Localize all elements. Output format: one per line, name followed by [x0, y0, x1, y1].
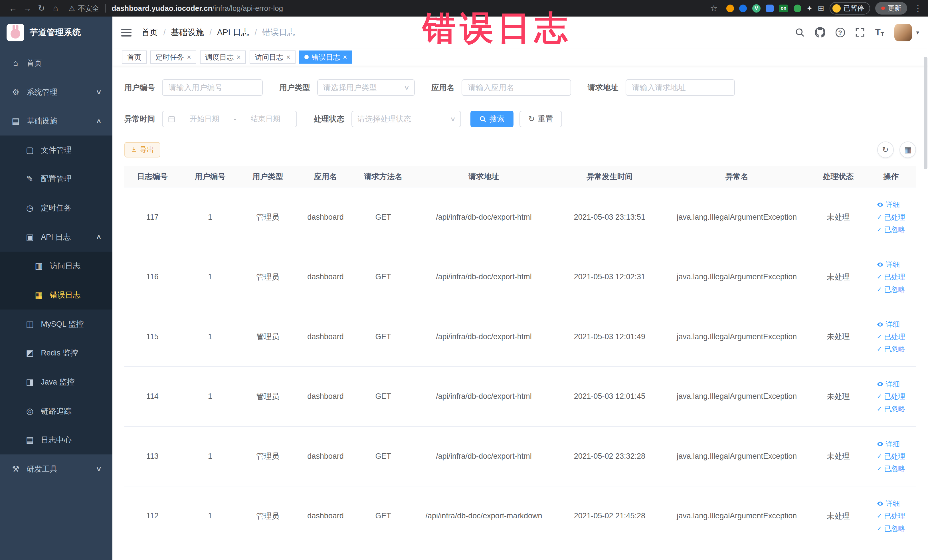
browser-menu-icon[interactable]: ⋮	[914, 3, 922, 13]
user-avatar[interactable]	[894, 24, 912, 41]
col-header: 用户编号	[180, 166, 240, 188]
tab-label: 首页	[127, 52, 142, 62]
sidebar-item-access-log[interactable]: ▥ 访问日志	[0, 252, 112, 281]
back-icon[interactable]: ←	[6, 1, 20, 15]
user-type-select[interactable]: 请选择用户类型 ∨	[317, 79, 415, 96]
action-ignored[interactable]: ✓已忽略	[877, 225, 905, 234]
refresh-button[interactable]: ↻	[877, 142, 894, 158]
browser-home-icon[interactable]: ⌂	[49, 1, 63, 15]
cell-status: 未处理	[811, 247, 866, 307]
sidebar-toggle-icon[interactable]	[121, 29, 131, 37]
sidebar-item-api-log[interactable]: ▣ API 日志 ∧	[0, 223, 112, 252]
close-icon[interactable]: ×	[187, 53, 191, 61]
cell-app-name: dashboard	[296, 486, 355, 546]
close-icon[interactable]: ×	[343, 53, 347, 61]
request-url-input[interactable]	[626, 79, 735, 96]
tab-error-log[interactable]: 错误日志 ×	[299, 50, 352, 64]
font-size-icon[interactable]: TT	[875, 27, 884, 38]
action-ignored[interactable]: ✓已忽略	[877, 404, 905, 414]
sidebar-item-system-mgmt[interactable]: ⚙ 系统管理 ∨	[0, 78, 112, 107]
action-processed[interactable]: ✓已处理	[877, 452, 905, 461]
process-status-select[interactable]: 请选择处理状态 ∨	[351, 111, 461, 127]
sidebar-item-dev-tools[interactable]: ⚒ 研发工具 ∨	[0, 455, 112, 484]
reload-icon[interactable]: ↻	[34, 1, 49, 15]
sidebar-item-log-center[interactable]: ▤ 日志中心	[0, 425, 112, 455]
forward-icon[interactable]: →	[20, 1, 35, 15]
cell-user-type: 管理员	[240, 366, 296, 426]
breadcrumb-item[interactable]: 首页	[142, 27, 158, 38]
help-icon[interactable]: ?	[836, 27, 845, 37]
sidebar-item-label: 研发工具	[26, 464, 57, 474]
sidebar-item-cron-jobs[interactable]: ◷ 定时任务	[0, 194, 112, 223]
url-path: /infra/log/api-error-log	[212, 4, 283, 12]
tab-home[interactable]: 首页	[122, 50, 147, 64]
scrollbar-thumb[interactable]	[924, 57, 927, 169]
extension-icon[interactable]	[739, 5, 747, 12]
action-detail[interactable]: 详细	[877, 499, 900, 508]
close-icon[interactable]: ×	[286, 53, 290, 61]
process-status-label: 处理状态	[313, 114, 344, 124]
cell-user-type: 管理员	[240, 247, 296, 307]
action-detail[interactable]: 详细	[877, 319, 900, 329]
breadcrumb-item[interactable]: 基础设施	[171, 27, 204, 38]
breadcrumb-item[interactable]: API 日志	[217, 27, 249, 38]
chrome-update-button[interactable]: 更新	[875, 2, 907, 15]
tab-access-log[interactable]: 访问日志 ×	[250, 50, 296, 64]
search-icon[interactable]	[795, 27, 805, 37]
action-ignored[interactable]: ✓已忽略	[877, 524, 905, 533]
sidebar-item-trace[interactable]: ◎ 链路追踪	[0, 397, 112, 426]
action-processed[interactable]: ✓已处理	[877, 392, 905, 401]
action-processed[interactable]: ✓已处理	[877, 511, 905, 520]
app-name-input[interactable]	[462, 79, 571, 96]
date-range-picker[interactable]: 开始日期 - 结束日期	[162, 111, 297, 127]
reset-button[interactable]: ↻ 重置	[519, 111, 562, 127]
column-settings-button[interactable]: ▦	[899, 142, 916, 158]
action-processed[interactable]: ✓已处理	[877, 212, 905, 222]
vue-devtools-icon[interactable]: V	[752, 4, 760, 12]
action-ignored[interactable]: ✓已忽略	[877, 464, 905, 473]
action-ignored[interactable]: ✓已忽略	[877, 285, 905, 294]
fullscreen-icon[interactable]	[855, 27, 865, 37]
sidebar-item-redis-monitor[interactable]: ◩ Redis 监控	[0, 339, 112, 368]
extension-paw-icon[interactable]: ✦	[806, 4, 812, 12]
extension-icon[interactable]	[766, 5, 774, 12]
breadcrumb-separator: /	[255, 28, 257, 37]
app-logo: 芋道管理系统	[0, 17, 112, 49]
action-label: 详细	[885, 319, 900, 329]
avatar-caret-icon[interactable]: ▾	[916, 29, 919, 36]
sidebar-item-home[interactable]: ⌂ 首页	[0, 49, 112, 78]
sidebar-item-java-monitor[interactable]: ◨ Java 监控	[0, 368, 112, 397]
sidebar-item-mysql-monitor[interactable]: ◫ MySQL 监控	[0, 310, 112, 339]
close-icon[interactable]: ×	[237, 53, 241, 61]
sidebar-item-label: Java 监控	[41, 377, 75, 387]
sidebar-item-config-mgmt[interactable]: ✎ 配置管理	[0, 165, 112, 194]
sidebar-item-error-log[interactable]: ▦ 错误日志	[0, 281, 112, 310]
action-processed[interactable]: ✓已处理	[877, 272, 905, 282]
cell-exception: java.lang.IllegalArgumentException	[663, 426, 811, 487]
action-detail[interactable]: 详细	[877, 379, 900, 389]
tab-cron-jobs[interactable]: 定时任务 ×	[150, 50, 197, 64]
extensions-puzzle-icon[interactable]: ⊞	[818, 4, 824, 13]
sidebar-item-infrastructure[interactable]: ▤ 基础设施 ∧	[0, 107, 112, 136]
security-indicator[interactable]: ⚠ 不安全	[69, 4, 99, 13]
address-bar[interactable]: dashboard.yudao.iocoder.cn/infra/log/api…	[111, 4, 283, 12]
profile-paused-chip[interactable]: 已暂停	[830, 2, 870, 15]
action-detail[interactable]: 详细	[877, 439, 900, 449]
extension-icon[interactable]	[794, 5, 801, 12]
bookmark-star-icon[interactable]: ☆	[707, 1, 721, 15]
export-button[interactable]: 导出	[124, 142, 160, 157]
extension-on-badge[interactable]: on	[779, 5, 788, 12]
action-detail[interactable]: 详细	[877, 260, 900, 269]
user-id-input[interactable]	[162, 79, 263, 96]
check-icon: ✓	[877, 453, 882, 459]
check-icon: ✓	[877, 393, 882, 400]
github-icon[interactable]	[815, 27, 825, 38]
action-detail[interactable]: 详细	[877, 200, 900, 209]
sidebar-item-label: 文件管理	[41, 145, 72, 155]
action-ignored[interactable]: ✓已忽略	[877, 344, 905, 354]
tab-schedule-log[interactable]: 调度日志 ×	[200, 50, 246, 64]
search-button[interactable]: 搜索	[470, 111, 513, 127]
extension-icon[interactable]	[726, 5, 734, 12]
action-processed[interactable]: ✓已处理	[877, 332, 905, 342]
sidebar-item-file-mgmt[interactable]: ▢ 文件管理	[0, 136, 112, 165]
